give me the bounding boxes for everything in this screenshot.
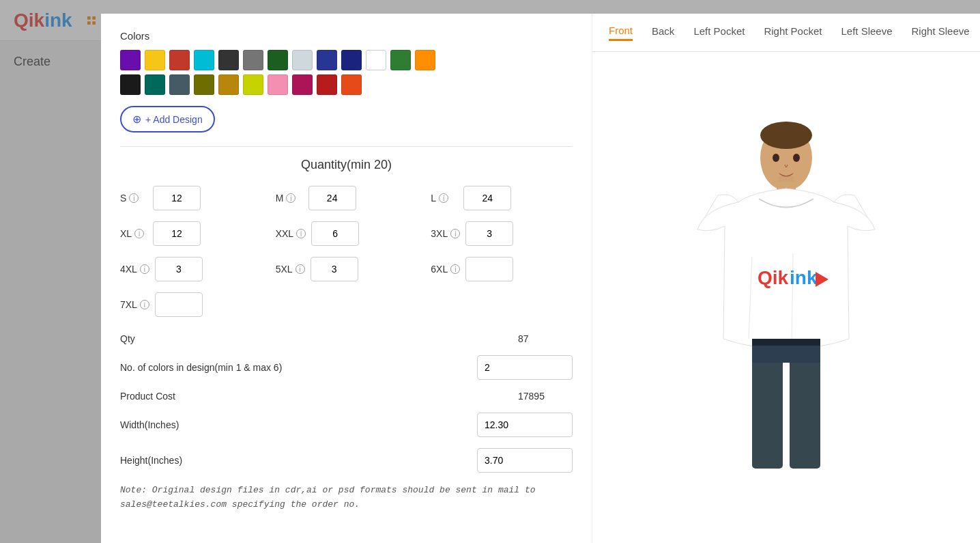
colors-row-1 <box>120 50 573 70</box>
info-icon-XL[interactable]: i <box>134 229 144 238</box>
color-swatch-deep-orange[interactable] <box>341 74 362 95</box>
qty-item-3XL: 3XL i <box>431 221 573 246</box>
qty-label-7XL: 7XL i <box>120 299 149 310</box>
color-swatch-pink[interactable] <box>268 74 288 95</box>
color-swatch-dark-red[interactable] <box>317 74 337 95</box>
info-icon-5XL[interactable]: i <box>296 264 305 274</box>
info-icon-XXL[interactable]: i <box>296 229 306 238</box>
colors-count-label: No. of colors in design(min 1 & max 6) <box>120 362 477 373</box>
qty-input-3XL[interactable] <box>465 221 513 246</box>
tab-left-sleeve[interactable]: Left Sleeve <box>841 25 892 40</box>
tab-right-pocket[interactable]: Right Pocket <box>764 25 822 40</box>
qty-item-L: L i <box>431 186 573 210</box>
color-swatch-cyan[interactable] <box>194 50 214 70</box>
qty-input-S[interactable] <box>153 186 201 210</box>
colors-count-input[interactable] <box>477 355 573 380</box>
tab-right-sleeve[interactable]: Right Sleeve <box>912 25 970 40</box>
qty-input-7XL[interactable] <box>155 292 203 317</box>
qty-label-M: M i <box>276 193 303 204</box>
tab-left-pocket[interactable]: Left Pocket <box>693 25 745 40</box>
product-cost-label: Product Cost <box>120 391 518 402</box>
qty-label-3XL: 3XL i <box>431 228 460 239</box>
color-swatch-purple[interactable] <box>120 50 141 70</box>
tab-back[interactable]: Back <box>652 25 674 40</box>
width-input[interactable] <box>477 413 573 437</box>
qty-item-4XL: 4XL i <box>120 257 262 281</box>
qty-item-XXL: XXL i <box>276 221 418 246</box>
color-swatch-gray[interactable] <box>243 50 263 70</box>
info-icon-4XL[interactable]: i <box>140 264 149 274</box>
qty-item-7XL: 7XL i <box>120 292 262 317</box>
qty-input-M[interactable] <box>308 186 356 210</box>
add-design-icon: ⊕ <box>132 113 141 126</box>
summary-section: Qty 87 No. of colors in design(min 1 & m… <box>120 333 573 473</box>
color-swatch-black[interactable] <box>120 74 141 95</box>
svg-text:ink: ink <box>790 267 818 288</box>
qty-label-6XL: 6XL i <box>431 264 460 275</box>
add-design-button[interactable]: ⊕ + Add Design <box>120 106 215 133</box>
height-label: Height(Inches) <box>120 455 477 466</box>
qty-input-5XL[interactable] <box>311 257 358 281</box>
color-swatch-gold[interactable] <box>218 74 239 95</box>
divider-1 <box>120 146 573 147</box>
qty-item-5XL: 5XL i <box>276 257 418 281</box>
color-swatch-green[interactable] <box>390 50 411 70</box>
color-swatch-yellow[interactable] <box>145 50 165 70</box>
tshirt-mockup-svg: Qik ink <box>684 120 889 475</box>
qty-summary-label: Qty <box>120 333 518 344</box>
qty-summary-value: 87 <box>518 333 573 344</box>
color-swatch-white[interactable] <box>366 50 386 70</box>
tabs-bar: Front Back Left Pocket Right Pocket Left… <box>592 14 980 52</box>
qty-label-5XL: 5XL i <box>276 264 305 275</box>
color-swatch-charcoal[interactable] <box>218 50 239 70</box>
qty-label-XXL: XXL i <box>276 228 306 239</box>
summary-row-height: Height(Inches) <box>120 448 573 473</box>
summary-row-width: Width(Inches) <box>120 413 573 437</box>
color-swatch-red[interactable] <box>169 50 190 70</box>
info-icon-6XL[interactable]: i <box>450 264 460 274</box>
colors-row-2 <box>120 74 573 95</box>
tab-front[interactable]: Front <box>609 25 633 41</box>
svg-rect-21 <box>778 176 794 182</box>
qty-item-XL: XL i <box>120 221 262 246</box>
color-swatch-blue-gray[interactable] <box>169 74 190 95</box>
product-image-container: Qik ink <box>657 100 916 496</box>
info-icon-7XL[interactable]: i <box>140 300 149 309</box>
note-text: Note: Original design files in cdr,ai or… <box>120 484 573 512</box>
info-icon-M[interactable]: i <box>286 193 296 203</box>
width-label: Width(Inches) <box>120 419 477 430</box>
quantity-grid: S i M i L i XL i XXL i <box>120 186 573 317</box>
qty-label-XL: XL i <box>120 228 147 239</box>
svg-point-8 <box>760 122 812 149</box>
color-swatch-dark-navy[interactable] <box>341 50 362 70</box>
summary-row-colors: No. of colors in design(min 1 & max 6) <box>120 355 573 380</box>
color-swatch-dark-pink[interactable] <box>292 74 313 95</box>
color-swatch-dark-green[interactable] <box>268 50 288 70</box>
qty-label-4XL: 4XL i <box>120 264 149 275</box>
color-swatch-amber[interactable] <box>415 50 435 70</box>
qty-input-XXL[interactable] <box>311 221 359 246</box>
left-panel: Colors <box>101 14 592 543</box>
qty-label-S: S i <box>120 193 147 204</box>
qty-item-6XL: 6XL i <box>431 257 573 281</box>
product-cost-value: 17895 <box>518 391 573 402</box>
qty-input-L[interactable] <box>463 186 511 210</box>
color-swatch-lime[interactable] <box>243 74 263 95</box>
qty-input-XL[interactable] <box>153 221 201 246</box>
qty-input-6XL[interactable] <box>465 257 513 281</box>
info-icon-3XL[interactable]: i <box>450 229 460 238</box>
svg-rect-15 <box>752 339 820 346</box>
color-swatch-teal[interactable] <box>145 74 165 95</box>
height-input[interactable] <box>477 448 573 473</box>
color-swatch-olive[interactable] <box>194 74 214 95</box>
info-icon-L[interactable]: i <box>439 193 448 203</box>
svg-point-20 <box>793 154 800 162</box>
qty-input-4XL[interactable] <box>155 257 203 281</box>
modal-dialog: Colors <box>101 14 980 543</box>
color-swatch-navy[interactable] <box>317 50 337 70</box>
colors-section-label: Colors <box>120 30 573 42</box>
color-swatch-light-gray[interactable] <box>292 50 313 70</box>
colors-grid <box>120 50 573 95</box>
product-image-area: Qik ink <box>592 52 980 543</box>
info-icon-S[interactable]: i <box>129 193 139 203</box>
